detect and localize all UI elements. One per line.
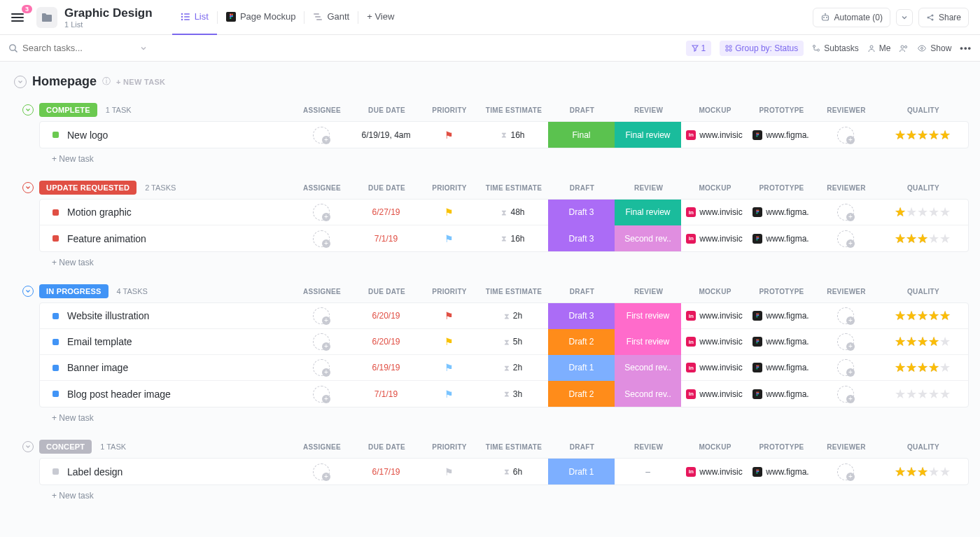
group-by-pill[interactable]: Group by: Status bbox=[720, 41, 804, 56]
task-time-cell[interactable]: ⧗16h bbox=[478, 130, 548, 140]
star-icon[interactable]: ★ bbox=[939, 386, 951, 402]
new-task-row[interactable]: + New task bbox=[11, 485, 969, 501]
assignee-placeholder-icon[interactable] bbox=[313, 307, 330, 324]
task-reviewer-cell[interactable] bbox=[814, 359, 877, 376]
col-header-priority[interactable]: PRIORITY bbox=[420, 106, 479, 114]
me-button[interactable]: Me bbox=[867, 43, 891, 53]
new-task-row[interactable]: + New task bbox=[11, 148, 969, 164]
reviewer-placeholder-icon[interactable] bbox=[837, 386, 854, 403]
more-menu-button[interactable]: ••• bbox=[960, 43, 972, 53]
star-icon[interactable]: ★ bbox=[906, 360, 917, 375]
task-row[interactable]: Label design 6/17/19 ⚑ ⧗6h Draft 1– inww… bbox=[40, 459, 968, 484]
task-mockup-cell[interactable]: inwww.invisic bbox=[681, 363, 748, 372]
star-icon[interactable]: ★ bbox=[895, 204, 906, 220]
star-icon[interactable]: ★ bbox=[906, 231, 917, 246]
task-reviewer-cell[interactable] bbox=[814, 386, 877, 403]
star-icon[interactable]: ★ bbox=[906, 127, 917, 143]
star-icon[interactable]: ★ bbox=[895, 360, 906, 375]
col-header-mockup[interactable]: MOCKUP bbox=[682, 288, 748, 295]
filter-pill[interactable]: 1 bbox=[686, 41, 712, 56]
reviewer-placeholder-icon[interactable] bbox=[837, 333, 854, 350]
col-header-prototype[interactable]: PROTOTYPE bbox=[748, 288, 815, 295]
star-icon[interactable]: ★ bbox=[939, 231, 951, 246]
task-quality-cell[interactable]: ★★★★★ bbox=[877, 464, 968, 480]
task-name-cell[interactable]: New logo bbox=[40, 130, 290, 141]
task-draft-cell[interactable]: Draft 2 bbox=[548, 329, 615, 355]
task-mockup-cell[interactable]: inwww.invisic bbox=[681, 389, 748, 399]
view-tab-gantt[interactable]: Gantt bbox=[304, 0, 358, 35]
star-icon[interactable]: ★ bbox=[928, 360, 939, 375]
menu-button[interactable]: 3 bbox=[11, 9, 28, 26]
star-icon[interactable]: ★ bbox=[895, 127, 906, 143]
star-icon[interactable]: ★ bbox=[939, 334, 951, 349]
people-button[interactable] bbox=[899, 44, 909, 53]
task-mockup-cell[interactable]: inwww.invisic bbox=[681, 337, 748, 347]
task-due-cell[interactable]: 6/20/19 bbox=[353, 337, 419, 347]
star-icon[interactable]: ★ bbox=[906, 334, 917, 349]
task-row[interactable]: Feature animation 7/1/19 ⚑ ⧗16h Draft 3S… bbox=[40, 225, 968, 251]
task-prototype-cell[interactable]: www.figma. bbox=[748, 130, 814, 140]
assignee-placeholder-icon[interactable] bbox=[313, 333, 330, 350]
task-time-cell[interactable]: ⧗2h bbox=[478, 363, 548, 372]
task-reviewer-cell[interactable] bbox=[814, 307, 877, 324]
star-icon[interactable]: ★ bbox=[917, 464, 928, 480]
subtasks-button[interactable]: Subtasks bbox=[812, 43, 858, 53]
task-assignee-cell[interactable] bbox=[290, 463, 353, 480]
col-header-due[interactable]: DUE DATE bbox=[354, 443, 420, 451]
task-row[interactable]: Email template 6/20/19 ⚑ ⧗5h Draft 2Firs… bbox=[40, 329, 968, 355]
reviewer-placeholder-icon[interactable] bbox=[837, 307, 854, 324]
collapse-group-button[interactable] bbox=[22, 286, 34, 297]
task-name-cell[interactable]: Blog post header image bbox=[40, 389, 290, 400]
star-icon[interactable]: ★ bbox=[928, 464, 939, 480]
task-mockup-cell[interactable]: inwww.invisic bbox=[681, 207, 748, 217]
col-header-reviewer[interactable]: REVIEWER bbox=[815, 288, 878, 295]
status-tag[interactable]: IN PROGRESS bbox=[39, 284, 108, 298]
add-view-button[interactable]: + View bbox=[358, 0, 402, 35]
task-quality-cell[interactable]: ★★★★★ bbox=[877, 334, 968, 349]
task-quality-cell[interactable]: ★★★★★ bbox=[877, 360, 968, 375]
task-review-cell[interactable]: First review bbox=[615, 303, 681, 329]
star-icon[interactable]: ★ bbox=[917, 334, 928, 349]
assignee-placeholder-icon[interactable] bbox=[313, 386, 330, 403]
col-header-priority[interactable]: PRIORITY bbox=[420, 288, 479, 295]
star-icon[interactable]: ★ bbox=[939, 127, 951, 143]
star-icon[interactable]: ★ bbox=[906, 308, 917, 323]
assignee-placeholder-icon[interactable] bbox=[313, 204, 330, 221]
task-quality-cell[interactable]: ★★★★★ bbox=[877, 127, 968, 143]
view-tab-page-mockup[interactable]: Page Mockup bbox=[218, 0, 304, 35]
reviewer-placeholder-icon[interactable] bbox=[837, 127, 854, 144]
task-draft-cell[interactable]: Draft 3 bbox=[548, 200, 615, 225]
col-header-time[interactable]: TIME ESTIMATE bbox=[479, 443, 549, 451]
assignee-placeholder-icon[interactable] bbox=[313, 230, 330, 247]
task-quality-cell[interactable]: ★★★★★ bbox=[877, 386, 968, 402]
collapse-group-button[interactable] bbox=[22, 182, 34, 193]
task-review-cell[interactable]: Second rev.. bbox=[615, 225, 681, 251]
reviewer-placeholder-icon[interactable] bbox=[837, 463, 854, 480]
search-input[interactable] bbox=[22, 43, 127, 53]
col-header-draft[interactable]: DRAFT bbox=[549, 106, 615, 114]
task-time-cell[interactable]: ⧗2h bbox=[478, 311, 548, 321]
automate-dropdown[interactable] bbox=[896, 9, 913, 26]
star-icon[interactable]: ★ bbox=[939, 204, 951, 220]
status-tag[interactable]: COMPLETE bbox=[39, 103, 97, 117]
task-draft-cell[interactable]: Draft 1 bbox=[548, 355, 615, 381]
col-header-draft[interactable]: DRAFT bbox=[549, 288, 615, 295]
task-prototype-cell[interactable]: www.figma. bbox=[748, 467, 814, 477]
view-tab-list[interactable]: List bbox=[172, 0, 217, 35]
col-header-assignee[interactable]: ASSIGNEE bbox=[290, 106, 354, 114]
search-dropdown[interactable] bbox=[140, 45, 147, 52]
task-due-cell[interactable]: 6/19/19, 4am bbox=[353, 130, 419, 140]
task-name-cell[interactable]: Website illustration bbox=[40, 310, 290, 321]
col-header-time[interactable]: TIME ESTIMATE bbox=[479, 288, 549, 295]
task-row[interactable]: Banner image 6/19/19 ⚑ ⧗2h Draft 1Second… bbox=[40, 355, 968, 381]
star-icon[interactable]: ★ bbox=[917, 127, 928, 143]
collapse-list-button[interactable] bbox=[14, 76, 27, 88]
new-task-row[interactable]: + New task bbox=[11, 407, 969, 423]
star-icon[interactable]: ★ bbox=[917, 231, 928, 246]
col-header-reviewer[interactable]: REVIEWER bbox=[815, 184, 878, 192]
star-icon[interactable]: ★ bbox=[928, 334, 939, 349]
col-header-reviewer[interactable]: REVIEWER bbox=[815, 443, 878, 451]
assignee-placeholder-icon[interactable] bbox=[313, 463, 330, 480]
star-icon[interactable]: ★ bbox=[917, 204, 928, 220]
task-prototype-cell[interactable]: www.figma. bbox=[748, 234, 814, 244]
